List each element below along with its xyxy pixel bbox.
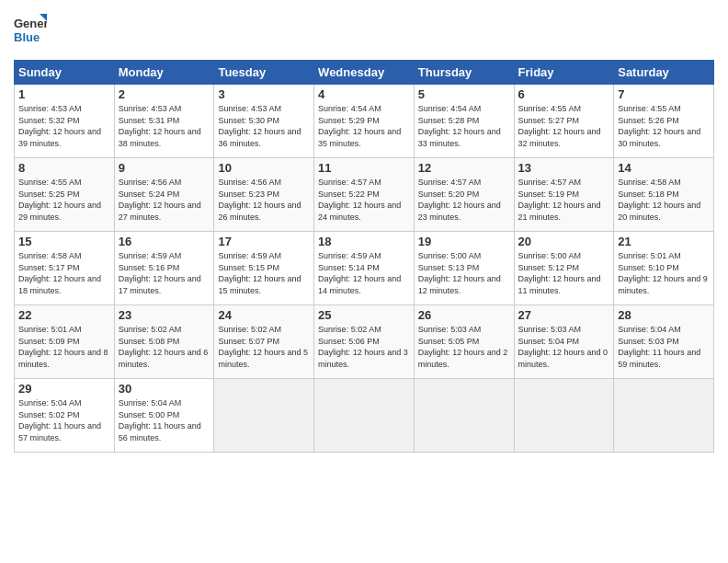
- header-wednesday: Wednesday: [314, 61, 415, 85]
- calendar-cell: 9Sunrise: 4:56 AMSunset: 5:24 PMDaylight…: [114, 158, 214, 232]
- calendar-cell: 5Sunrise: 4:54 AMSunset: 5:28 PMDaylight…: [414, 85, 514, 158]
- calendar-cell: 21Sunrise: 5:01 AMSunset: 5:10 PMDayligh…: [614, 232, 714, 305]
- day-number: 6: [518, 87, 610, 101]
- page-container: General Blue SundayMondayTuesdayWednesda…: [0, 0, 728, 462]
- calendar-cell: 16Sunrise: 4:59 AMSunset: 5:16 PMDayligh…: [114, 232, 214, 305]
- calendar-cell: [414, 379, 514, 453]
- day-number: 18: [318, 235, 410, 248]
- day-number: 16: [119, 235, 210, 248]
- day-number: 2: [119, 87, 210, 101]
- day-info: Sunrise: 4:54 AMSunset: 5:28 PMDaylight:…: [418, 103, 510, 149]
- header-sunday: Sunday: [15, 61, 115, 85]
- day-number: 15: [18, 235, 110, 248]
- calendar-cell: [214, 379, 314, 453]
- week-row-1: 8Sunrise: 4:55 AMSunset: 5:25 PMDaylight…: [15, 158, 714, 232]
- header-friday: Friday: [514, 61, 614, 85]
- header-monday: Monday: [114, 61, 214, 85]
- day-number: 13: [518, 161, 610, 175]
- day-info: Sunrise: 4:58 AMSunset: 5:18 PMDaylight:…: [618, 177, 710, 223]
- calendar-header-row: SundayMondayTuesdayWednesdayThursdayFrid…: [15, 61, 714, 85]
- day-number: 1: [18, 87, 110, 101]
- calendar-cell: 10Sunrise: 4:56 AMSunset: 5:23 PMDayligh…: [214, 158, 314, 232]
- day-info: Sunrise: 4:55 AMSunset: 5:27 PMDaylight:…: [518, 103, 610, 149]
- day-info: Sunrise: 4:55 AMSunset: 5:26 PMDaylight:…: [618, 103, 710, 149]
- day-info: Sunrise: 5:01 AMSunset: 5:09 PMDaylight:…: [18, 324, 110, 370]
- day-number: 30: [119, 382, 210, 396]
- day-number: 11: [318, 161, 410, 175]
- logo-svg: General Blue: [14, 14, 47, 51]
- calendar-cell: 4Sunrise: 4:54 AMSunset: 5:29 PMDaylight…: [314, 85, 415, 158]
- day-info: Sunrise: 4:53 AMSunset: 5:32 PMDaylight:…: [18, 103, 110, 149]
- week-row-3: 22Sunrise: 5:01 AMSunset: 5:09 PMDayligh…: [15, 305, 714, 379]
- day-number: 14: [618, 161, 710, 175]
- calendar-cell: 11Sunrise: 4:57 AMSunset: 5:22 PMDayligh…: [314, 158, 415, 232]
- day-info: Sunrise: 5:04 AMSunset: 5:00 PMDaylight:…: [119, 397, 210, 443]
- week-row-2: 15Sunrise: 4:58 AMSunset: 5:17 PMDayligh…: [15, 232, 714, 305]
- day-number: 27: [518, 308, 610, 322]
- calendar-body: 1Sunrise: 4:53 AMSunset: 5:32 PMDaylight…: [15, 85, 714, 453]
- day-number: 8: [18, 161, 110, 175]
- header-tuesday: Tuesday: [214, 61, 314, 85]
- calendar-cell: 17Sunrise: 4:59 AMSunset: 5:15 PMDayligh…: [214, 232, 314, 305]
- calendar-cell: [514, 379, 614, 453]
- calendar-cell: 15Sunrise: 4:58 AMSunset: 5:17 PMDayligh…: [15, 232, 115, 305]
- svg-text:Blue: Blue: [14, 30, 40, 44]
- day-info: Sunrise: 5:00 AMSunset: 5:13 PMDaylight:…: [418, 250, 510, 296]
- day-info: Sunrise: 5:00 AMSunset: 5:12 PMDaylight:…: [518, 250, 610, 296]
- calendar-cell: 24Sunrise: 5:02 AMSunset: 5:07 PMDayligh…: [214, 305, 314, 379]
- logo: General Blue: [14, 14, 47, 51]
- day-info: Sunrise: 5:04 AMSunset: 5:02 PMDaylight:…: [18, 397, 110, 443]
- day-info: Sunrise: 4:57 AMSunset: 5:19 PMDaylight:…: [518, 177, 610, 223]
- day-info: Sunrise: 4:58 AMSunset: 5:17 PMDaylight:…: [18, 250, 110, 296]
- day-info: Sunrise: 4:59 AMSunset: 5:15 PMDaylight:…: [218, 250, 310, 296]
- day-number: 23: [119, 308, 210, 322]
- calendar-cell: 20Sunrise: 5:00 AMSunset: 5:12 PMDayligh…: [514, 232, 614, 305]
- calendar-cell: 1Sunrise: 4:53 AMSunset: 5:32 PMDaylight…: [15, 85, 115, 158]
- calendar-cell: 7Sunrise: 4:55 AMSunset: 5:26 PMDaylight…: [614, 85, 714, 158]
- calendar-cell: 3Sunrise: 4:53 AMSunset: 5:30 PMDaylight…: [214, 85, 314, 158]
- day-number: 20: [518, 235, 610, 248]
- day-number: 7: [618, 87, 710, 101]
- day-number: 10: [218, 161, 310, 175]
- day-number: 19: [418, 235, 510, 248]
- week-row-0: 1Sunrise: 4:53 AMSunset: 5:32 PMDaylight…: [15, 85, 714, 158]
- day-info: Sunrise: 4:59 AMSunset: 5:14 PMDaylight:…: [318, 250, 410, 296]
- calendar-cell: 26Sunrise: 5:03 AMSunset: 5:05 PMDayligh…: [414, 305, 514, 379]
- day-number: 26: [418, 308, 510, 322]
- calendar-cell: 22Sunrise: 5:01 AMSunset: 5:09 PMDayligh…: [15, 305, 115, 379]
- day-info: Sunrise: 5:02 AMSunset: 5:08 PMDaylight:…: [119, 324, 210, 370]
- day-number: 25: [318, 308, 410, 322]
- day-number: 29: [18, 382, 110, 396]
- day-info: Sunrise: 4:56 AMSunset: 5:24 PMDaylight:…: [119, 177, 210, 223]
- header-saturday: Saturday: [614, 61, 714, 85]
- day-info: Sunrise: 4:56 AMSunset: 5:23 PMDaylight:…: [218, 177, 310, 223]
- calendar-cell: 25Sunrise: 5:02 AMSunset: 5:06 PMDayligh…: [314, 305, 415, 379]
- week-row-4: 29Sunrise: 5:04 AMSunset: 5:02 PMDayligh…: [15, 379, 714, 453]
- calendar-cell: 14Sunrise: 4:58 AMSunset: 5:18 PMDayligh…: [614, 158, 714, 232]
- day-info: Sunrise: 5:02 AMSunset: 5:07 PMDaylight:…: [218, 324, 310, 370]
- calendar-cell: 13Sunrise: 4:57 AMSunset: 5:19 PMDayligh…: [514, 158, 614, 232]
- svg-text:General: General: [14, 17, 47, 30]
- day-number: 17: [218, 235, 310, 248]
- day-number: 12: [418, 161, 510, 175]
- day-number: 22: [18, 308, 110, 322]
- calendar-cell: 19Sunrise: 5:00 AMSunset: 5:13 PMDayligh…: [414, 232, 514, 305]
- day-number: 3: [218, 87, 310, 101]
- day-info: Sunrise: 4:57 AMSunset: 5:22 PMDaylight:…: [318, 177, 410, 223]
- day-info: Sunrise: 5:01 AMSunset: 5:10 PMDaylight:…: [618, 250, 710, 296]
- day-info: Sunrise: 4:54 AMSunset: 5:29 PMDaylight:…: [318, 103, 410, 149]
- header-thursday: Thursday: [414, 61, 514, 85]
- day-info: Sunrise: 4:57 AMSunset: 5:20 PMDaylight:…: [418, 177, 510, 223]
- day-number: 4: [318, 87, 410, 101]
- calendar-cell: 23Sunrise: 5:02 AMSunset: 5:08 PMDayligh…: [114, 305, 214, 379]
- header: General Blue: [14, 14, 714, 51]
- day-info: Sunrise: 5:03 AMSunset: 5:04 PMDaylight:…: [518, 324, 610, 370]
- day-info: Sunrise: 4:59 AMSunset: 5:16 PMDaylight:…: [119, 250, 210, 296]
- calendar-cell: [614, 379, 714, 453]
- day-number: 5: [418, 87, 510, 101]
- calendar-table: SundayMondayTuesdayWednesdayThursdayFrid…: [14, 60, 714, 453]
- day-number: 28: [618, 308, 710, 322]
- calendar-cell: [314, 379, 415, 453]
- calendar-cell: 27Sunrise: 5:03 AMSunset: 5:04 PMDayligh…: [514, 305, 614, 379]
- calendar-cell: 30Sunrise: 5:04 AMSunset: 5:00 PMDayligh…: [114, 379, 214, 453]
